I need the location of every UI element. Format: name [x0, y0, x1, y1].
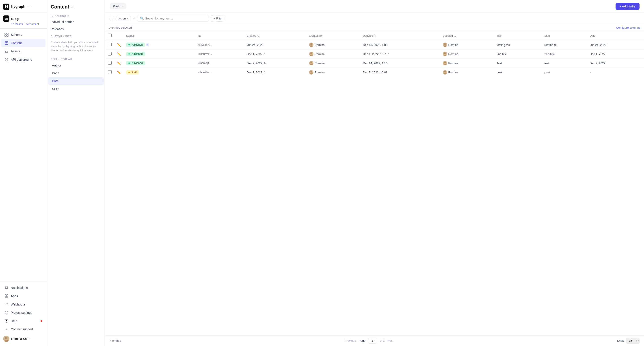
logo-text: hygraph: [11, 5, 25, 9]
row-title-3[interactable]: post: [494, 68, 542, 77]
sidebar-item-webhooks[interactable]: Webhooks: [1, 300, 46, 308]
help-label: Help: [11, 319, 17, 323]
collapse-sidebar-button[interactable]: ‹‹: [109, 16, 114, 21]
row-title-2[interactable]: Test: [494, 59, 542, 68]
project-settings-label: Project settings: [11, 311, 32, 315]
edit-row-button-0[interactable]: ✏️: [117, 43, 121, 46]
edit-row-button-3[interactable]: ✏️: [117, 70, 121, 74]
apps-icon: [4, 294, 8, 298]
svg-point-19: [6, 312, 7, 313]
post-tab[interactable]: Post ···: [110, 3, 126, 9]
workspace-name-label: Blog: [11, 17, 18, 20]
content-dots[interactable]: ···: [71, 5, 74, 9]
svg-point-32: [310, 52, 312, 54]
configure-columns-button[interactable]: Configure columns: [616, 26, 640, 29]
edit-row-button-2[interactable]: ✏️: [117, 61, 121, 65]
entries-table: Stages ID Created At Created By Updated …: [105, 31, 644, 77]
col-stages: Stages: [124, 31, 196, 40]
lang-dropdown-arrow[interactable]: ▼: [133, 17, 135, 20]
add-entry-button[interactable]: + Add entry: [616, 3, 640, 10]
filter-button[interactable]: + Filter: [211, 15, 226, 22]
previous-page-button[interactable]: Previous: [345, 339, 356, 343]
contact-support-label: Contact support: [11, 328, 33, 331]
sidebar-item-project-settings[interactable]: Project settings: [1, 309, 46, 317]
edit-row-button-1[interactable]: ✏️: [117, 52, 121, 56]
svg-point-17: [7, 303, 8, 304]
search-input[interactable]: [145, 17, 206, 20]
sidebar-item-assets[interactable]: Assets: [1, 47, 46, 55]
created-by-avatar-2: [309, 61, 314, 65]
col-id: ID: [196, 31, 244, 40]
search-icon: 🔍: [140, 16, 144, 20]
row-id-0[interactable]: cl4sktm7...: [196, 40, 244, 49]
row-id-3[interactable]: clbdo25s...: [196, 68, 244, 77]
col-created-at: Created At: [244, 31, 306, 40]
sidebar-item-apps[interactable]: Apps: [1, 292, 46, 300]
svg-point-42: [444, 71, 446, 72]
svg-point-36: [310, 62, 312, 63]
row-updated-at-3: Dec 7, 2022, 10:08: [360, 68, 440, 77]
bottom-nav-section: Notifications Apps Webhooks Project sett…: [0, 282, 47, 346]
sidebar-item-help[interactable]: Help: [1, 317, 46, 325]
show-count-select[interactable]: 25 50 100: [626, 338, 640, 344]
row-title-0[interactable]: testing tes: [494, 40, 542, 49]
table-body: ✏️ Published i cl4sktm7... Jun 24, 2022,…: [105, 40, 644, 77]
created-by-avatar-0: [309, 42, 314, 47]
workspace-env[interactable]: Master Environment: [11, 23, 44, 26]
row-slug-2: test: [542, 59, 587, 68]
sidebar-item-api-playground[interactable]: API playground: [1, 55, 46, 64]
view-item-seo[interactable]: SEO: [48, 85, 104, 93]
row-updated-by-2: Romina: [443, 61, 491, 65]
sidebar-item-schema[interactable]: Schema: [1, 31, 46, 39]
individual-entries-link[interactable]: Individual entries: [47, 18, 105, 25]
page-number-input[interactable]: [368, 338, 377, 344]
stage-dot-3: [128, 72, 130, 73]
apps-label: Apps: [11, 294, 18, 298]
content-title: Content: [51, 4, 69, 10]
row-updated-by-1: Romina: [443, 52, 491, 56]
row-created-at-2: Dec 7, 2022, 9: [244, 59, 306, 68]
svg-point-1: [12, 23, 12, 24]
svg-point-29: [310, 45, 312, 47]
col-created-by: Created By: [306, 31, 360, 40]
row-updated-by-0: Romina: [443, 42, 491, 47]
row-checkbox-2[interactable]: [108, 61, 112, 65]
user-profile-row[interactable]: Romina Soto: [0, 334, 47, 344]
language-filter[interactable]: AA en ×: [116, 16, 131, 21]
svg-rect-8: [5, 41, 8, 44]
api-icon: [4, 57, 8, 62]
releases-link[interactable]: Releases: [47, 25, 105, 33]
view-item-post[interactable]: Post: [48, 77, 104, 85]
svg-rect-12: [5, 295, 6, 296]
table-row: ✏️ Published i cl4sktm7... Jun 24, 2022,…: [105, 40, 644, 49]
row-checkbox-0[interactable]: [108, 43, 112, 46]
row-id-1[interactable]: clb5blvze...: [196, 49, 244, 59]
sidebar-item-content[interactable]: Content: [1, 39, 46, 47]
help-notification-badge: [40, 320, 42, 322]
select-all-checkbox[interactable]: [108, 33, 112, 37]
lang-remove-button[interactable]: ×: [126, 17, 128, 20]
notifications-label: Notifications: [11, 286, 28, 290]
table-row: ✏️ Published clbdn2fjit... Dec 7, 2022, …: [105, 59, 644, 68]
svg-text:A: A: [120, 18, 121, 20]
env-label: Master Environment: [15, 23, 39, 26]
post-tab-label: Post: [113, 4, 119, 8]
svg-point-21: [6, 322, 7, 322]
sidebar-item-contact-support[interactable]: Contact support: [1, 325, 46, 333]
total-entries-count: 4 entries: [110, 339, 121, 343]
row-checkbox-1[interactable]: [108, 52, 112, 55]
view-item-author[interactable]: Author: [48, 62, 104, 69]
schema-icon: [4, 33, 8, 37]
assets-label: Assets: [11, 49, 20, 53]
sidebar-item-notifications[interactable]: Notifications: [1, 284, 46, 292]
row-title-1[interactable]: 2nd title: [494, 49, 542, 59]
logo-dots[interactable]: ···: [27, 4, 32, 9]
row-id-2[interactable]: clbdn2fjit...: [196, 59, 244, 68]
post-tab-dots[interactable]: ···: [120, 4, 123, 8]
content-icon: [4, 41, 8, 45]
row-checkbox-3[interactable]: [108, 70, 112, 74]
next-page-button[interactable]: Next: [388, 339, 394, 343]
stage-badge-0: Published: [126, 42, 145, 47]
view-item-page[interactable]: Page: [48, 69, 104, 77]
search-box[interactable]: 🔍: [137, 15, 209, 22]
